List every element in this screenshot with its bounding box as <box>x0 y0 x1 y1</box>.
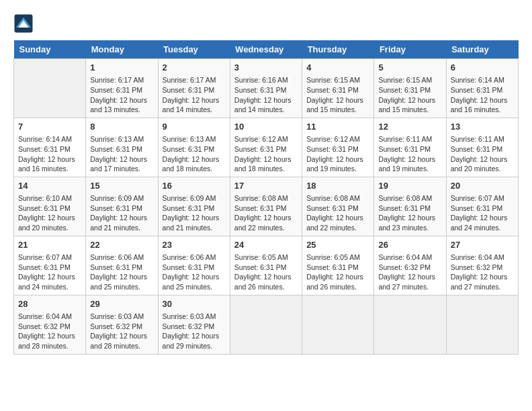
sunset-text: Sunset: 6:31 PM <box>90 203 153 214</box>
sunset-text: Sunset: 6:31 PM <box>234 263 298 273</box>
calendar-cell <box>374 295 446 354</box>
sunrise-text: Sunrise: 6:06 AM <box>90 253 153 263</box>
calendar-cell: 20Sunrise: 6:07 AMSunset: 6:31 PMDayligh… <box>446 177 518 236</box>
calendar-cell: 23Sunrise: 6:06 AMSunset: 6:31 PMDayligh… <box>158 236 230 295</box>
day-number: 11 <box>306 121 369 133</box>
day-number: 23 <box>163 239 226 251</box>
sunset-text: Sunset: 6:31 PM <box>451 85 514 95</box>
day-number: 10 <box>234 121 298 133</box>
logo <box>13 13 36 34</box>
daylight-text: Daylight: 12 hours and 27 minutes. <box>378 272 441 291</box>
calendar-cell: 26Sunrise: 6:04 AMSunset: 6:32 PMDayligh… <box>374 236 446 295</box>
calendar-cell: 19Sunrise: 6:08 AMSunset: 6:31 PMDayligh… <box>374 177 446 236</box>
logo-icon <box>13 13 34 34</box>
sunrise-text: Sunrise: 6:16 AM <box>234 75 298 85</box>
calendar-week-1: 1Sunrise: 6:17 AMSunset: 6:31 PMDaylight… <box>14 59 519 118</box>
day-number: 19 <box>378 180 441 192</box>
sunrise-text: Sunrise: 6:10 AM <box>18 193 81 203</box>
calendar-cell: 8Sunrise: 6:13 AMSunset: 6:31 PMDaylight… <box>86 118 158 177</box>
sunrise-text: Sunrise: 6:09 AM <box>90 193 153 203</box>
calendar-cell <box>302 295 374 354</box>
sunset-text: Sunset: 6:31 PM <box>163 144 226 154</box>
calendar-week-4: 21Sunrise: 6:07 AMSunset: 6:31 PMDayligh… <box>14 236 519 295</box>
weekday-header-tuesday: Tuesday <box>158 40 230 59</box>
sunrise-text: Sunrise: 6:17 AM <box>90 75 153 85</box>
calendar-week-5: 28Sunrise: 6:04 AMSunset: 6:32 PMDayligh… <box>14 295 519 354</box>
sunset-text: Sunset: 6:31 PM <box>306 144 369 154</box>
sunrise-text: Sunrise: 6:09 AM <box>163 193 226 203</box>
day-number: 8 <box>90 121 153 133</box>
sunset-text: Sunset: 6:31 PM <box>90 144 153 154</box>
calendar-cell: 13Sunrise: 6:11 AMSunset: 6:31 PMDayligh… <box>446 118 518 177</box>
calendar-cell: 4Sunrise: 6:15 AMSunset: 6:31 PMDaylight… <box>302 59 374 118</box>
sunrise-text: Sunrise: 6:05 AM <box>234 253 298 263</box>
calendar-cell: 5Sunrise: 6:15 AMSunset: 6:31 PMDaylight… <box>374 59 446 118</box>
day-number: 14 <box>18 180 81 192</box>
day-number: 25 <box>306 239 369 251</box>
day-number: 24 <box>234 239 298 251</box>
calendar-cell: 1Sunrise: 6:17 AMSunset: 6:31 PMDaylight… <box>86 59 158 118</box>
day-number: 26 <box>378 239 441 251</box>
daylight-text: Daylight: 12 hours and 20 minutes. <box>451 154 514 174</box>
daylight-text: Daylight: 12 hours and 16 minutes. <box>18 154 81 174</box>
daylight-text: Daylight: 12 hours and 22 minutes. <box>306 213 369 232</box>
calendar-cell <box>14 59 86 118</box>
calendar-week-2: 7Sunrise: 6:14 AMSunset: 6:31 PMDaylight… <box>14 118 519 177</box>
sunset-text: Sunset: 6:31 PM <box>90 263 153 273</box>
sunset-text: Sunset: 6:31 PM <box>306 203 369 214</box>
weekday-header-row: SundayMondayTuesdayWednesdayThursdayFrid… <box>14 40 519 59</box>
sunrise-text: Sunrise: 6:17 AM <box>163 75 226 85</box>
sunrise-text: Sunrise: 6:14 AM <box>451 75 514 85</box>
daylight-text: Daylight: 12 hours and 21 minutes. <box>90 213 153 232</box>
daylight-text: Daylight: 12 hours and 20 minutes. <box>18 213 81 232</box>
daylight-text: Daylight: 12 hours and 21 minutes. <box>163 213 226 232</box>
day-number: 12 <box>378 121 441 133</box>
daylight-text: Daylight: 12 hours and 14 minutes. <box>163 95 226 115</box>
calendar-cell: 14Sunrise: 6:10 AMSunset: 6:31 PMDayligh… <box>14 177 86 236</box>
calendar-cell: 10Sunrise: 6:12 AMSunset: 6:31 PMDayligh… <box>230 118 302 177</box>
day-number: 30 <box>163 298 226 310</box>
weekday-header-thursday: Thursday <box>302 40 374 59</box>
day-number: 27 <box>451 239 514 251</box>
sunset-text: Sunset: 6:31 PM <box>378 144 441 154</box>
sunset-text: Sunset: 6:32 PM <box>18 322 81 332</box>
sunset-text: Sunset: 6:31 PM <box>18 144 81 154</box>
sunrise-text: Sunrise: 6:08 AM <box>306 193 369 203</box>
daylight-text: Daylight: 12 hours and 15 minutes. <box>378 95 441 115</box>
daylight-text: Daylight: 12 hours and 25 minutes. <box>90 272 153 291</box>
daylight-text: Daylight: 12 hours and 26 minutes. <box>234 272 298 291</box>
daylight-text: Daylight: 12 hours and 16 minutes. <box>451 95 514 115</box>
day-number: 3 <box>234 62 298 74</box>
daylight-text: Daylight: 12 hours and 19 minutes. <box>306 154 369 174</box>
daylight-text: Daylight: 12 hours and 15 minutes. <box>306 95 369 115</box>
sunset-text: Sunset: 6:31 PM <box>18 203 81 214</box>
sunset-text: Sunset: 6:31 PM <box>234 85 298 95</box>
daylight-text: Daylight: 12 hours and 18 minutes. <box>234 154 298 174</box>
sunset-text: Sunset: 6:32 PM <box>163 322 226 332</box>
day-number: 13 <box>451 121 514 133</box>
day-number: 1 <box>90 62 153 74</box>
calendar-cell: 30Sunrise: 6:03 AMSunset: 6:32 PMDayligh… <box>158 295 230 354</box>
calendar-cell: 3Sunrise: 6:16 AMSunset: 6:31 PMDaylight… <box>230 59 302 118</box>
calendar-cell: 9Sunrise: 6:13 AMSunset: 6:31 PMDaylight… <box>158 118 230 177</box>
day-number: 22 <box>90 239 153 251</box>
sunrise-text: Sunrise: 6:15 AM <box>378 75 441 85</box>
sunset-text: Sunset: 6:31 PM <box>90 85 153 95</box>
weekday-header-wednesday: Wednesday <box>230 40 302 59</box>
sunrise-text: Sunrise: 6:15 AM <box>306 75 369 85</box>
day-number: 6 <box>451 62 514 74</box>
sunset-text: Sunset: 6:31 PM <box>451 203 514 214</box>
sunrise-text: Sunrise: 6:04 AM <box>451 253 514 263</box>
sunrise-text: Sunrise: 6:12 AM <box>234 134 298 144</box>
weekday-header-monday: Monday <box>86 40 158 59</box>
sunset-text: Sunset: 6:32 PM <box>90 322 153 332</box>
calendar-cell: 28Sunrise: 6:04 AMSunset: 6:32 PMDayligh… <box>14 295 86 354</box>
day-number: 2 <box>163 62 226 74</box>
sunrise-text: Sunrise: 6:14 AM <box>18 134 81 144</box>
daylight-text: Daylight: 12 hours and 25 minutes. <box>163 272 226 291</box>
sunrise-text: Sunrise: 6:11 AM <box>378 134 441 144</box>
sunrise-text: Sunrise: 6:04 AM <box>378 253 441 263</box>
calendar-cell: 27Sunrise: 6:04 AMSunset: 6:32 PMDayligh… <box>446 236 518 295</box>
calendar-cell: 24Sunrise: 6:05 AMSunset: 6:31 PMDayligh… <box>230 236 302 295</box>
sunrise-text: Sunrise: 6:03 AM <box>163 312 226 322</box>
